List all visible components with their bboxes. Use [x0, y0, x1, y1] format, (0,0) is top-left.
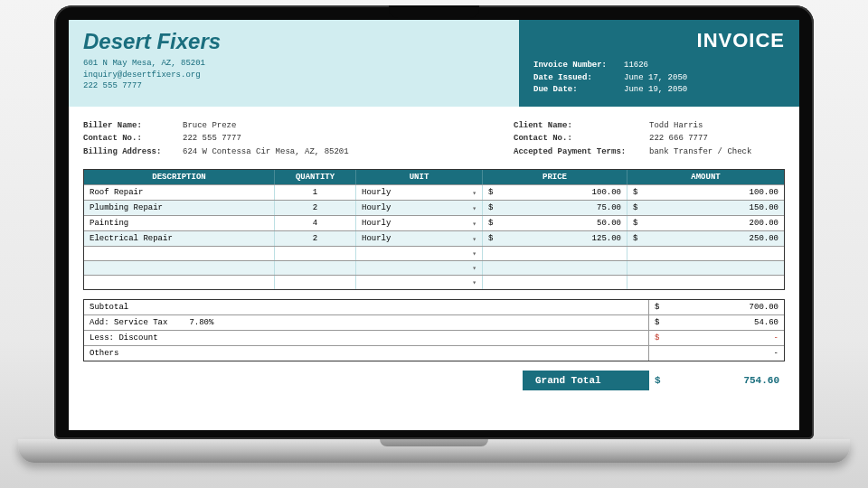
cell-unit[interactable]: Hourly▾: [355, 231, 482, 246]
company-phone: 222 555 7777: [83, 80, 505, 92]
cell-unit[interactable]: ▾: [355, 261, 482, 275]
table-row: ▾: [84, 246, 784, 260]
cell-description: [84, 261, 274, 275]
invoice-header: Desert Fixers 601 N May Mesa, AZ, 85201 …: [69, 20, 799, 107]
subtotal-label: Subtotal: [90, 303, 128, 312]
client-contact-label: Contact No.:: [514, 132, 649, 145]
client-name: Todd Harris: [649, 119, 703, 132]
client-name-label: Client Name:: [514, 119, 649, 132]
laptop-mockup: Desert Fixers 601 N May Mesa, AZ, 85201 …: [54, 5, 814, 463]
currency-symbol: [648, 346, 684, 361]
biller-contact: 222 555 7777: [183, 132, 241, 145]
currency-symbol: $: [648, 315, 684, 330]
tax-label: Add: Service Tax: [90, 318, 167, 327]
cell-unit[interactable]: Hourly▾: [355, 216, 482, 230]
biller-name: Bruce Preze: [183, 119, 236, 132]
cell-unit[interactable]: ▾: [355, 276, 482, 289]
biller-contact-label: Contact No.:: [83, 132, 183, 145]
col-price: PRICE: [482, 170, 627, 184]
line-items-table: DESCRIPTION QUANTITY UNIT PRICE AMOUNT R…: [83, 169, 785, 290]
totals-block: Subtotal $ 700.00 Add: Service Tax7.80% …: [83, 299, 785, 361]
cell-amount: [627, 261, 784, 275]
due-date-label: Due Date:: [533, 84, 624, 97]
chevron-down-icon: ▾: [472, 220, 476, 228]
invoice-title: INVOICE: [533, 29, 785, 52]
table-header: DESCRIPTION QUANTITY UNIT PRICE AMOUNT: [84, 170, 784, 184]
biller-address-label: Billing Address:: [83, 145, 183, 158]
cell-price: [482, 247, 627, 260]
cell-amount: [627, 276, 784, 289]
cell-amount: $200.00: [627, 216, 784, 230]
table-row: Roof Repair1Hourly▾$100.00$100.00: [84, 184, 784, 200]
biller-block: Biller Name:Bruce Preze Contact No.:222 …: [83, 119, 514, 158]
client-terms: bank Transfer / Check: [649, 145, 751, 158]
tax-rate: 7.80%: [189, 318, 213, 327]
due-date: June 19, 2050: [624, 84, 687, 97]
cell-price: $50.00: [482, 216, 627, 230]
cell-quantity: [274, 276, 355, 289]
cell-unit[interactable]: Hourly▾: [355, 185, 482, 200]
cell-amount: [627, 247, 784, 260]
laptop-base: [18, 439, 850, 463]
discount-label: Less: Discount: [90, 333, 158, 343]
cell-quantity: [274, 261, 355, 275]
table-row: Plumbing Repair2Hourly▾$75.00$150.00: [84, 200, 784, 215]
chevron-down-icon: ▾: [472, 189, 476, 197]
col-unit: UNIT: [355, 170, 482, 184]
company-email: inquiry@desertfixers.org: [83, 70, 505, 81]
cell-price: [482, 276, 627, 289]
cell-unit[interactable]: ▾: [355, 247, 482, 260]
cell-amount: $150.00: [627, 201, 784, 215]
biller-address: 624 W Contessa Cir Mesa, AZ, 85201: [183, 145, 349, 158]
grand-total-block: Grand Total $ 754.60: [83, 371, 785, 390]
subtotal-value: 700.00: [684, 300, 784, 314]
cell-description: [84, 276, 274, 289]
date-issued-label: Date Issued:: [533, 72, 624, 85]
cell-price: $125.00: [482, 231, 627, 246]
chevron-down-icon: ▾: [472, 249, 476, 258]
others-row: Others -: [84, 346, 784, 361]
screen: Desert Fixers 601 N May Mesa, AZ, 85201 …: [69, 20, 799, 430]
invoice-number-label: Invoice Number:: [533, 60, 624, 72]
cell-unit[interactable]: Hourly▾: [355, 201, 482, 215]
currency-symbol: $: [648, 331, 684, 345]
cell-price: $75.00: [482, 201, 627, 215]
cell-quantity: 2: [274, 231, 355, 246]
cell-quantity: 2: [274, 201, 355, 215]
chevron-down-icon: ▾: [472, 204, 476, 212]
laptop-notch: [389, 5, 479, 18]
invoice-meta-block: INVOICE Invoice Number: 11626 Date Issue…: [519, 20, 799, 107]
table-row: ▾: [84, 275, 784, 289]
col-description: DESCRIPTION: [84, 170, 274, 184]
laptop-bezel: Desert Fixers 601 N May Mesa, AZ, 85201 …: [54, 5, 814, 439]
grand-currency: $: [649, 371, 685, 390]
parties-block: Biller Name:Bruce Preze Contact No.:222 …: [69, 107, 799, 169]
chevron-down-icon: ▾: [472, 264, 476, 272]
tax-row: Add: Service Tax7.80% $ 54.60: [84, 315, 784, 331]
grand-total-value: 754.60: [685, 371, 785, 390]
company-name: Desert Fixers: [83, 29, 505, 54]
table-row: Painting4Hourly▾$50.00$200.00: [84, 215, 784, 230]
table-row: ▾: [84, 260, 784, 275]
cell-quantity: 1: [274, 185, 355, 200]
cell-description: Roof Repair: [84, 185, 274, 200]
cell-quantity: [274, 247, 355, 260]
col-quantity: QUANTITY: [274, 170, 355, 184]
client-contact: 222 666 7777: [649, 132, 708, 145]
chevron-down-icon: ▾: [472, 278, 476, 286]
company-address: 601 N May Mesa, AZ, 85201: [83, 58, 505, 70]
discount-value: -: [684, 331, 784, 345]
biller-name-label: Biller Name:: [83, 119, 183, 132]
table-row: Electrical Repair2Hourly▾$125.00$250.00: [84, 230, 784, 246]
cell-price: $100.00: [482, 185, 627, 200]
subtotal-row: Subtotal $ 700.00: [84, 300, 784, 315]
date-issued: June 17, 2050: [624, 72, 687, 85]
cell-quantity: 4: [274, 216, 355, 230]
invoice-number: 11626: [624, 60, 648, 72]
grand-total-label: Grand Total: [523, 371, 649, 390]
others-label: Others: [90, 349, 118, 358]
discount-row: Less: Discount $ -: [84, 331, 784, 346]
client-terms-label: Accepted Payment Terms:: [514, 145, 649, 158]
company-block: Desert Fixers 601 N May Mesa, AZ, 85201 …: [69, 20, 519, 107]
currency-symbol: $: [648, 300, 684, 314]
